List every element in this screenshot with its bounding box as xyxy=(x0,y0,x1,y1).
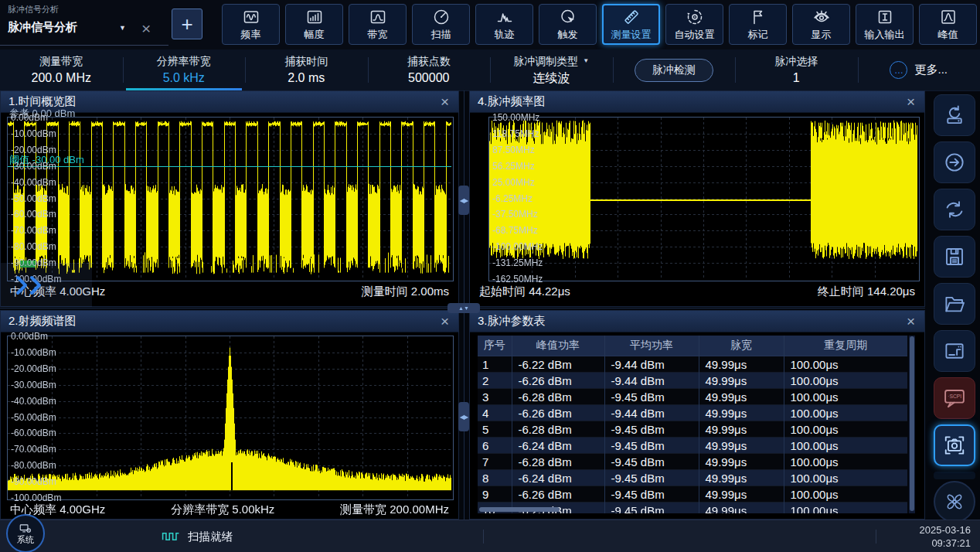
app-tab-title: 脉冲信号分析 xyxy=(8,20,77,35)
run-next-icon xyxy=(943,151,966,174)
horizontal-scrollbar-thumb[interactable] xyxy=(479,507,560,512)
table-row[interactable]: 8-6.24 dBm-9.45 dBm49.99μs100.00μs xyxy=(478,470,907,486)
panel4-header[interactable]: 4.脉冲频率图 × xyxy=(470,91,924,113)
sweep-restart-icon xyxy=(943,198,966,221)
toolbar-button-轨迹[interactable]: 轨迹 xyxy=(475,4,533,45)
amplitude-icon xyxy=(305,8,324,26)
table-cell: -6.26 dBm xyxy=(512,405,604,421)
toolbar-button-峰值[interactable]: 峰值 xyxy=(919,4,977,45)
expand-control[interactable] xyxy=(1,263,92,307)
panel1-header[interactable]: 1.时间概览图 × xyxy=(1,91,458,113)
param-value: 2.0 ms xyxy=(288,70,325,87)
sidebar-button-preset[interactable] xyxy=(934,94,975,136)
window-icon xyxy=(943,339,966,363)
toolbar-button-扫描[interactable]: 扫描 xyxy=(412,4,470,45)
panel4-footer: 起始时间 44.22μs 终止时间 144.20μs xyxy=(470,285,924,299)
system-button[interactable]: 系统 xyxy=(6,514,45,552)
table-cell: 100.00μs xyxy=(784,405,907,421)
splitter-handle-bottom[interactable]: ◀▶ xyxy=(458,402,469,431)
preset-icon xyxy=(943,104,966,127)
param-value: 500000 xyxy=(408,70,449,87)
vertical-scrollbar-thumb[interactable] xyxy=(910,336,914,511)
param-label: 脉冲选择 xyxy=(774,54,818,68)
sweep-status: 扫描就绪 xyxy=(161,520,233,552)
table-cell: 49.99μs xyxy=(699,503,784,514)
sidebar-button-open-file[interactable] xyxy=(934,283,975,325)
vertical-scrollbar[interactable] xyxy=(909,336,915,513)
time-readout: 09:37:21 xyxy=(920,537,971,550)
toolbar-button-带宽[interactable]: 带宽 xyxy=(349,4,407,45)
splitter-handle-top[interactable]: ◀▶ xyxy=(458,186,469,215)
sidebar-button-sweep-restart[interactable] xyxy=(934,189,975,230)
sidebar-button-run-next[interactable] xyxy=(934,141,975,183)
top-toolbar: 脉冲信号分析 脉冲信号分析 ▼ × + 频率幅度带宽扫描轨迹触发测量设置自动设置… xyxy=(0,0,980,49)
toolbar-button-自动设置[interactable]: 自动设置 xyxy=(665,4,723,45)
toolbar-button-触发[interactable]: 触发 xyxy=(539,4,597,45)
table-cell: -9.45 dBm xyxy=(604,421,699,438)
pulse-detect-button[interactable]: 脉冲检测 xyxy=(635,59,713,82)
panel2-header[interactable]: 2.射频频谱图 × xyxy=(1,311,458,332)
param-捕获时间[interactable]: 捕获时间2.0 ms xyxy=(245,49,368,90)
param-脉冲调制类型[interactable]: 脉冲调制类型▼连续波 xyxy=(490,49,613,90)
close-tab-icon[interactable]: × xyxy=(141,20,151,36)
param-更多...[interactable]: …更多... xyxy=(858,49,980,90)
panel3-title: 3.脉冲参数表 xyxy=(478,314,546,329)
param-脉冲检测[interactable]: 脉冲检测 xyxy=(613,49,736,90)
toolbar-button-测量设置[interactable]: 测量设置 xyxy=(602,4,660,45)
panel4-title: 4.脉冲频率图 xyxy=(478,94,546,109)
sidebar-button-save[interactable] xyxy=(934,236,975,278)
table-row[interactable]: 1-6.22 dBm-9.44 dBm49.99μs100.00μs xyxy=(478,356,907,373)
toolbar-button-显示[interactable]: 显示 xyxy=(792,4,850,45)
close-icon[interactable]: × xyxy=(441,312,449,330)
sidebar-button-window-layout[interactable] xyxy=(934,330,975,372)
rf-spectrum-canvas xyxy=(8,336,451,498)
table-cell: 49.99μs xyxy=(699,421,784,438)
close-icon[interactable]: × xyxy=(441,93,449,111)
toolbar-button-频率[interactable]: 频率 xyxy=(222,4,280,45)
io-icon xyxy=(876,8,894,26)
svg-text:·SCPI: ·SCPI xyxy=(948,394,961,399)
table-cell: -6.28 dBm xyxy=(512,389,604,405)
splitter-handle-middle[interactable]: ▲▼ xyxy=(447,303,480,313)
table-header-cell: 重复周期 xyxy=(784,336,907,356)
table-cell: -9.44 dBm xyxy=(604,405,699,421)
table-row[interactable]: 3-6.28 dBm-9.45 dBm49.99μs100.00μs xyxy=(478,389,907,405)
param-value: 1 xyxy=(793,70,800,87)
panel2-title: 2.射频频谱图 xyxy=(9,314,77,329)
toolbar-button-label: 扫描 xyxy=(431,28,451,42)
param-label: 测量带宽 xyxy=(39,54,83,68)
close-icon[interactable]: × xyxy=(907,93,915,111)
chevron-down-icon[interactable]: ▼ xyxy=(119,24,126,32)
sidebar-button-system-menu[interactable] xyxy=(934,481,975,523)
table-row[interactable]: 5-6.28 dBm-9.45 dBm49.99μs100.00μs xyxy=(478,421,907,438)
app-tab[interactable]: 脉冲信号分析 脉冲信号分析 ▼ xyxy=(8,4,162,35)
add-tab-button[interactable]: + xyxy=(172,9,202,39)
close-icon[interactable]: × xyxy=(907,312,915,330)
fast-forward-icon xyxy=(13,275,49,295)
sidebar-button-scpi[interactable]: ·SCPI xyxy=(934,377,975,419)
flower-icon xyxy=(943,490,966,513)
table-row[interactable]: 7-6.28 dBm-9.45 dBm49.99μs100.00μs xyxy=(478,454,907,470)
table-row[interactable]: 2-6.26 dBm-9.44 dBm49.99μs100.00μs xyxy=(478,373,907,389)
table-cell: 49.99μs xyxy=(699,373,784,389)
toolbar-button-label: 输入输出 xyxy=(865,28,905,42)
table-row[interactable]: 9-6.26 dBm-9.45 dBm49.99μs100.00μs xyxy=(478,486,907,503)
system-gear-icon xyxy=(19,523,32,535)
param-脉冲选择[interactable]: 脉冲选择1 xyxy=(735,49,858,90)
table-row[interactable]: 4-6.26 dBm-9.44 dBm49.99μs100.00μs xyxy=(478,405,907,421)
param-测量带宽[interactable]: 测量带宽200.0 MHz xyxy=(0,49,123,90)
sidebar-button-screenshot[interactable] xyxy=(934,424,975,466)
table-cell: 4 xyxy=(478,405,512,421)
toolbar-button-label: 幅度 xyxy=(305,28,325,42)
toolbar-button-标记[interactable]: 标记 xyxy=(729,4,787,45)
table-row[interactable]: 6-6.24 dBm-9.45 dBm49.99μs100.00μs xyxy=(478,438,907,454)
toolbar-button-输入输出[interactable]: 输入输出 xyxy=(856,4,914,45)
toolbar-button-幅度[interactable]: 幅度 xyxy=(285,4,343,45)
panel3-header[interactable]: 3.脉冲参数表 × xyxy=(470,311,924,332)
time-overview-plot: 参考 0.00 dBm 阈值 -30.00 dBm 0.00dBm-10.00d… xyxy=(7,117,454,281)
toolbar-button-label: 自动设置 xyxy=(675,28,715,42)
table-cell: 5 xyxy=(478,421,512,438)
table-cell: -6.28 dBm xyxy=(512,454,604,470)
param-分辨率带宽[interactable]: 分辨率带宽5.0 kHz xyxy=(123,49,246,90)
param-捕获点数[interactable]: 捕获点数500000 xyxy=(368,49,491,90)
